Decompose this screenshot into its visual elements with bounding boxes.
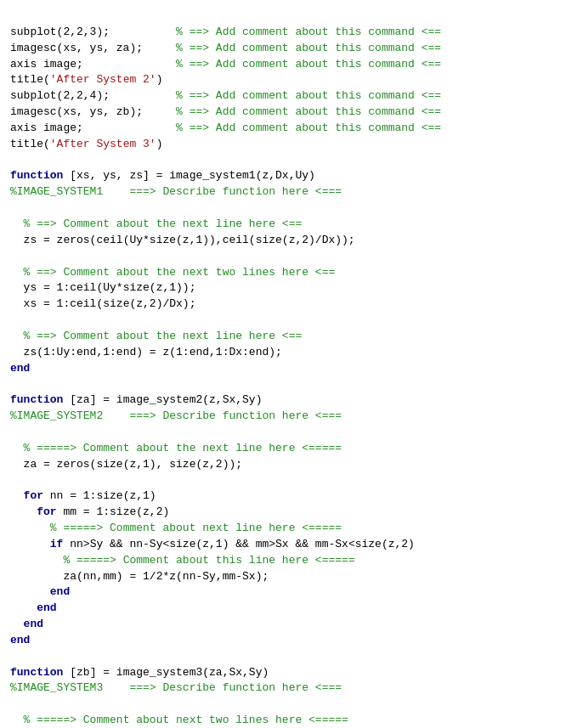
line-4: title('After System 2') xyxy=(10,73,162,86)
line-17: ys = 1:ceil(Uy*size(z,1)); xyxy=(10,281,195,294)
line-6: imagesc(xs, ys, zb); % ==> Add comment a… xyxy=(10,105,441,118)
line-38: end xyxy=(10,618,43,630)
line-39: end xyxy=(10,634,30,646)
line-16: % ==> Comment about the next two lines h… xyxy=(10,266,335,279)
line-41: function [zb] = image_system3(za,Sx,Sy) xyxy=(10,666,269,679)
code-editor: subplot(2,2,3); % ==> Add comment about … xyxy=(10,8,556,728)
line-11: %IMAGE_SYSTEM1 ===> Describe function he… xyxy=(10,185,342,198)
line-5: subplot(2,2,4); % ==> Add comment about … xyxy=(10,89,441,102)
line-27: % =====> Comment about the next line her… xyxy=(10,442,342,454)
line-44: % =====> Comment about next two lines he… xyxy=(10,714,348,726)
line-20: % ==> Comment about the next line here <… xyxy=(10,330,302,342)
line-28: za = zeros(size(z,1), size(z,2)); xyxy=(10,458,242,471)
line-24: function [za] = image_system2(z,Sx,Sy) xyxy=(10,393,262,406)
line-22: end xyxy=(10,362,30,375)
line-33: if nn>Sy && nn-Sy<size(z,1) && mm>Sx && … xyxy=(10,538,415,550)
line-31: for mm = 1:size(z,2) xyxy=(10,505,169,518)
line-13: % ==> Comment about the next line here <… xyxy=(10,217,302,230)
line-8: title('After System 3') xyxy=(10,138,162,150)
line-35: za(nn,mm) = 1/2*z(nn-Sy,mm-Sx); xyxy=(10,570,269,583)
line-2: imagesc(xs, ys, za); % ==> Add comment a… xyxy=(10,42,441,54)
line-1: subplot(2,2,3); % ==> Add comment about … xyxy=(10,25,441,38)
line-14: zs = zeros(ceil(Uy*size(z,1)),ceil(size(… xyxy=(10,234,355,246)
line-32: % =====> Comment about next line here <=… xyxy=(10,522,342,534)
line-42: %IMAGE_SYSTEM3 ===> Describe function he… xyxy=(10,681,342,694)
line-36: end xyxy=(10,585,70,598)
line-18: xs = 1:ceil(size(z,2)/Dx); xyxy=(10,297,195,310)
line-34: % =====> Comment about this line here <=… xyxy=(10,554,355,567)
line-21: zs(1:Uy:end,1:end) = z(1:end,1:Dx:end); xyxy=(10,346,282,358)
line-30: for nn = 1:size(z,1) xyxy=(10,489,156,502)
line-25: %IMAGE_SYSTEM2 ===> Describe function he… xyxy=(10,409,342,422)
line-7: axis image; % ==> Add comment about this… xyxy=(10,121,441,134)
line-3: axis image; % ==> Add comment about this… xyxy=(10,58,441,71)
line-10: function [xs, ys, zs] = image_system1(z,… xyxy=(10,169,315,182)
line-37: end xyxy=(10,601,57,614)
